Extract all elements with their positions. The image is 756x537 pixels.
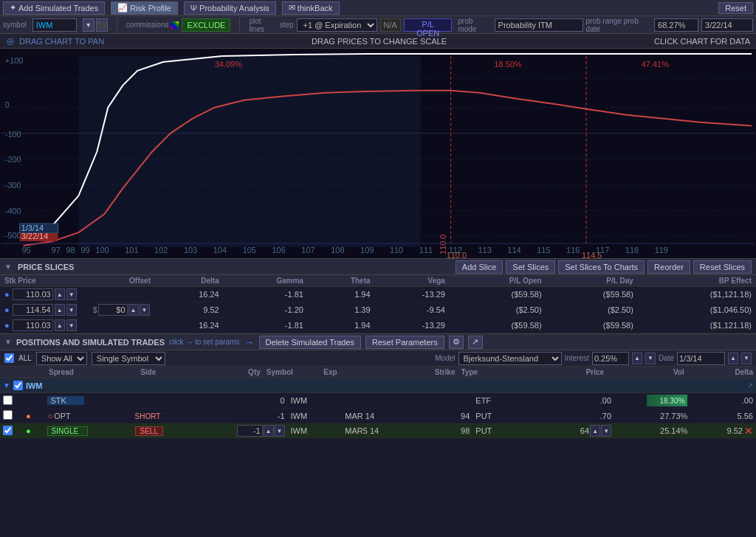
- model-select[interactable]: Bjerksund-Stensland: [458, 352, 562, 365]
- price-slices-table: Stk Price Offset Delta Gamma Theta Vega …: [0, 275, 756, 333]
- positions-toggle[interactable]: ▼: [4, 338, 12, 346]
- stk-type-cell: ETF: [472, 393, 527, 409]
- interest-label: Interest: [565, 354, 589, 362]
- svg-text:18.50%: 18.50%: [494, 60, 521, 69]
- set-slices-to-charts-button[interactable]: Set Slices To Charts: [558, 260, 645, 274]
- stk-color-cell: [23, 393, 45, 409]
- date-down[interactable]: ▼: [741, 353, 752, 364]
- iwm-label: IWM: [26, 381, 43, 390]
- probability-analysis-button[interactable]: Ψ Probability Analysis: [184, 1, 276, 15]
- step-select[interactable]: +1 @ Expiration: [297, 18, 377, 32]
- positions-filter-row: ALL Show All Single Symbol Model Bjerksu…: [0, 350, 756, 367]
- single-qty-input[interactable]: [237, 425, 263, 437]
- positions-table: Spread Side Qty Symbol Exp Strike Type P…: [0, 367, 756, 378]
- symbol-input[interactable]: [32, 18, 77, 32]
- positions-date-input[interactable]: [677, 352, 725, 365]
- svg-text:104: 104: [213, 246, 227, 254]
- reset-button[interactable]: Reset: [718, 2, 753, 14]
- all-checkbox[interactable]: [4, 353, 14, 363]
- arrow-icon[interactable]: →: [244, 336, 255, 348]
- prob-mode-input[interactable]: [495, 18, 583, 32]
- slice-theta-3: 1.94: [308, 318, 375, 333]
- exclude-button[interactable]: EXCLUDE: [182, 18, 230, 32]
- single-delta-cell: 9.52 ✕: [690, 423, 756, 439]
- slice-theta-1: 1.94: [308, 287, 375, 302]
- stk-delta-cell: .00: [690, 393, 756, 409]
- slice-price-input-3[interactable]: [13, 319, 53, 331]
- svg-text:47.41%: 47.41%: [642, 60, 669, 69]
- slice-gamma-1: -1.81: [224, 287, 308, 302]
- stk-checkbox[interactable]: [3, 395, 13, 405]
- symbol-down-button[interactable]: ▼: [83, 18, 94, 32]
- interest-up[interactable]: ▲: [632, 353, 642, 364]
- reorder-button[interactable]: Reorder: [647, 260, 690, 274]
- slice-price-3: ● ▲ ▼: [0, 318, 89, 333]
- price-down-2[interactable]: ▼: [66, 304, 77, 316]
- interest-input[interactable]: [592, 352, 629, 365]
- step-group: plot lines step +1 @ Expiration N/A P/L …: [249, 17, 452, 33]
- stk-vol-cell: 18.30%: [614, 393, 690, 409]
- single-symbol-cell: IWM: [288, 423, 343, 439]
- single-side-cell: SELL: [132, 423, 208, 439]
- price-down-1[interactable]: ▼: [66, 288, 77, 300]
- na-badge: N/A: [380, 18, 401, 32]
- show-select[interactable]: Show All: [36, 352, 87, 365]
- commissions-label: commissions: [126, 21, 169, 29]
- col-price: Price: [515, 367, 607, 378]
- iwm-expand-icon[interactable]: ▼: [3, 381, 10, 389]
- interest-down[interactable]: ▼: [645, 353, 656, 364]
- svg-text:102: 102: [154, 246, 168, 254]
- symbol-up-button[interactable]: ⬛: [96, 18, 108, 32]
- offset-up-2[interactable]: ▲: [128, 304, 139, 316]
- click-params-text[interactable]: click → to set params: [169, 338, 240, 346]
- thinkback-button[interactable]: ✉ thinkBack: [282, 1, 340, 15]
- set-slices-button[interactable]: Set Slices: [506, 260, 555, 274]
- date-up[interactable]: ▲: [728, 353, 738, 364]
- price-up-1[interactable]: ▲: [55, 288, 65, 300]
- iwm-checkbox[interactable]: [13, 381, 23, 390]
- offset-input-2[interactable]: [98, 304, 128, 316]
- price-up-2[interactable]: ▲: [55, 304, 65, 316]
- reset-slices-button[interactable]: Reset Slices: [693, 260, 752, 274]
- prob-date-input[interactable]: [701, 18, 753, 32]
- opt-checkbox[interactable]: [3, 410, 13, 420]
- opt-qty-cell: -1: [208, 409, 288, 423]
- single-checkbox[interactable]: [3, 426, 13, 435]
- price-down-3[interactable]: ▼: [66, 319, 77, 331]
- symbol-select[interactable]: Single Symbol: [92, 352, 165, 365]
- price-up-single[interactable]: ▲: [590, 425, 600, 437]
- pos-settings-button[interactable]: ⚙: [449, 336, 464, 349]
- col-check: [0, 367, 23, 378]
- svg-text:116: 116: [566, 246, 580, 254]
- slice-plopen-2: ($2.50): [450, 302, 546, 318]
- offset-down-2[interactable]: ▼: [140, 304, 150, 316]
- opt-dot-icon: ●: [26, 412, 31, 420]
- reset-parameters-button[interactable]: Reset Parameters: [365, 336, 444, 349]
- price-down-single[interactable]: ▼: [601, 425, 611, 437]
- delete-simulated-button[interactable]: Delete Simulated Trades: [259, 336, 361, 349]
- iwm-export-icon[interactable]: ↗: [747, 381, 753, 389]
- stk-strike-cell: [419, 393, 473, 409]
- qty-down[interactable]: ▼: [275, 425, 285, 437]
- stk-exp-cell: [342, 393, 418, 409]
- plopen-button[interactable]: P/L OPEN: [404, 18, 452, 32]
- svg-text:103: 103: [184, 246, 197, 254]
- opt-spread-label: OPT: [54, 412, 71, 420]
- slice-plday-2: ($2.50): [546, 302, 638, 318]
- add-simulated-trades-button[interactable]: ✦ Add Simulated Trades: [3, 1, 105, 15]
- chart-area[interactable]: +100 0 -100 -200 -300 -400 -500 34.09% 1…: [0, 49, 756, 259]
- top-toolbar: ✦ Add Simulated Trades 📈 Risk Profile Ψ …: [0, 0, 756, 16]
- stk-row-table: STK 0 IWM ETF .00 18.30% .00: [0, 393, 756, 439]
- price-slices-toggle[interactable]: ▼: [4, 263, 12, 271]
- col-spread: Spread: [46, 367, 137, 378]
- price-up-3[interactable]: ▲: [55, 319, 65, 331]
- remove-single-button[interactable]: ✕: [744, 425, 753, 437]
- slice-price-input-1[interactable]: [13, 288, 53, 300]
- prob-pct-input[interactable]: [654, 18, 698, 32]
- add-slice-button[interactable]: Add Slice: [456, 260, 503, 274]
- qty-up[interactable]: ▲: [264, 425, 274, 437]
- slice-price-input-2[interactable]: [13, 304, 53, 316]
- pos-export-button[interactable]: ↗: [468, 336, 483, 349]
- risk-profile-button[interactable]: 📈 Risk Profile: [111, 1, 178, 15]
- col-gamma: Gamma: [224, 275, 308, 287]
